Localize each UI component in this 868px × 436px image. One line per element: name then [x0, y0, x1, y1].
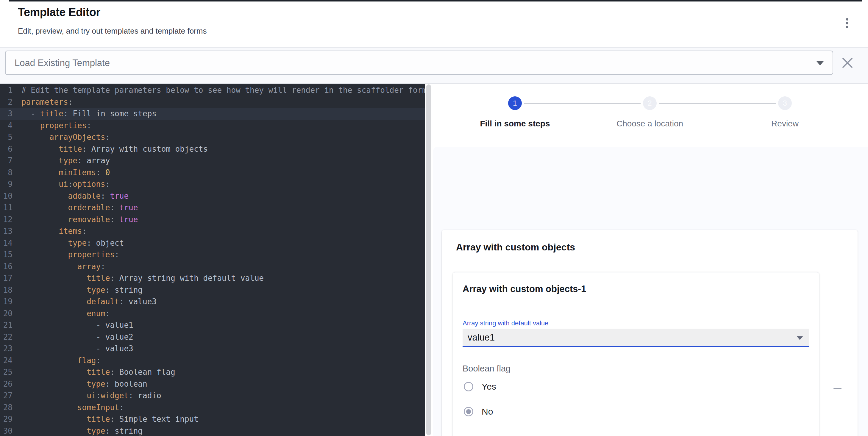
line-number: 17: [0, 272, 17, 284]
line-number: 29: [0, 413, 17, 425]
radio-checked-icon: [464, 407, 473, 416]
line-number: 5: [0, 131, 17, 143]
radio-group: YesNo: [463, 379, 809, 419]
load-select-placeholder: Load Existing Template: [14, 58, 110, 68]
code-line[interactable]: 5 arrayObjects:: [0, 131, 425, 143]
close-button[interactable]: [841, 56, 854, 70]
code-line[interactable]: 3 - title: Fill in some steps: [0, 108, 425, 120]
editor-pane: 1# Edit the template parameters below to…: [0, 84, 433, 436]
load-existing-template-select[interactable]: Load Existing Template: [5, 51, 833, 75]
code-text: orderable: true: [17, 202, 138, 214]
close-icon: [841, 56, 854, 70]
select-field-label: Array string with default value: [463, 320, 809, 327]
code-line[interactable]: 24 flag:: [0, 355, 425, 367]
line-number: 23: [0, 343, 17, 355]
code-line[interactable]: 13 items:: [0, 226, 425, 237]
code-lines: 1# Edit the template parameters below to…: [0, 85, 425, 436]
code-line[interactable]: 29 title: Simple text input: [0, 413, 425, 425]
line-number: 30: [0, 425, 17, 436]
code-line[interactable]: 4 properties:: [0, 120, 425, 132]
code-text: - value3: [17, 343, 133, 355]
preview-panel: 1Fill in some steps2Choose a location3Re…: [433, 84, 868, 436]
code-editor[interactable]: 1# Edit the template parameters below to…: [0, 84, 425, 436]
code-line[interactable]: 25 title: Boolean flag: [0, 366, 425, 378]
code-text: type: boolean: [17, 378, 147, 390]
code-text: type: object: [17, 237, 124, 249]
code-line[interactable]: 17 title: Array string with default valu…: [0, 272, 425, 284]
radio-unchecked-icon: [464, 382, 473, 391]
code-text: title: Boolean flag: [17, 366, 175, 378]
form-panel-background: Array with custom objects Array with cus…: [433, 146, 868, 436]
code-line[interactable]: 2parameters:: [0, 96, 425, 108]
template-editor-page: Template Editor Edit, preview, and try o…: [0, 0, 868, 436]
form-section-title: Array with custom objects: [456, 242, 575, 253]
code-text: minItems: 0: [17, 167, 110, 179]
line-number: 2: [0, 96, 17, 108]
code-line[interactable]: 23 - value3: [0, 343, 425, 355]
kebab-menu-icon: [846, 18, 848, 21]
code-line[interactable]: 19 default: value3: [0, 296, 425, 308]
code-line[interactable]: 22 - value2: [0, 331, 425, 343]
code-text: properties:: [17, 249, 119, 261]
line-number: 11: [0, 202, 17, 214]
select-value: value1: [468, 332, 495, 343]
code-line[interactable]: 20 enum:: [0, 308, 425, 320]
radio-option-label: No: [482, 407, 493, 417]
array-item-title: Array with custom objects-1: [463, 284, 809, 295]
code-line[interactable]: 6 title: Array with custom objects: [0, 143, 425, 155]
code-text: removable: true: [17, 214, 138, 226]
code-line[interactable]: 28 someInput:: [0, 402, 425, 414]
line-number: 19: [0, 296, 17, 308]
minus-icon: [834, 388, 841, 389]
chevron-down-icon: [816, 61, 824, 65]
code-line[interactable]: 21 - value1: [0, 320, 425, 331]
line-number: 6: [0, 143, 17, 155]
code-text: addable: true: [17, 190, 129, 202]
code-text: enum:: [17, 308, 110, 320]
step-connector: [659, 103, 776, 103]
line-number: 21: [0, 320, 17, 331]
code-text: ui:widget: radio: [17, 390, 161, 402]
chevron-down-icon: [797, 336, 803, 340]
line-number: 10: [0, 190, 17, 202]
code-line[interactable]: 10 addable: true: [0, 190, 425, 202]
line-number: 24: [0, 355, 17, 367]
code-line[interactable]: 14 type: object: [0, 237, 425, 249]
remove-array-item-button[interactable]: [830, 381, 844, 396]
code-line[interactable]: 16 array:: [0, 261, 425, 273]
code-line[interactable]: 1# Edit the template parameters below to…: [0, 85, 425, 96]
code-line[interactable]: 26 type: boolean: [0, 378, 425, 390]
code-line[interactable]: 11 orderable: true: [0, 202, 425, 214]
line-number: 27: [0, 390, 17, 402]
more-options-button[interactable]: [843, 17, 851, 32]
code-line[interactable]: 27 ui:widget: radio: [0, 390, 425, 402]
code-line[interactable]: 12 removable: true: [0, 214, 425, 226]
code-text: - value1: [17, 320, 133, 331]
radio-option-no[interactable]: No: [463, 404, 809, 419]
code-text: title: Simple text input: [17, 413, 198, 425]
code-line[interactable]: 8 minItems: 0: [0, 167, 425, 179]
code-text: default: value3: [17, 296, 157, 308]
line-number: 3: [0, 108, 17, 120]
code-line[interactable]: 9 ui:options:: [0, 178, 425, 190]
line-number: 22: [0, 331, 17, 343]
code-line[interactable]: 18 type: string: [0, 284, 425, 296]
editor-scrollbar: [425, 84, 433, 436]
step-label-1: Fill in some steps: [453, 119, 578, 129]
line-number: 15: [0, 249, 17, 261]
step-circle-3: 3: [778, 96, 792, 110]
code-line[interactable]: 15 properties:: [0, 249, 425, 261]
editor-scrollbar-thumb[interactable]: [426, 85, 431, 435]
line-number: 9: [0, 178, 17, 190]
code-line[interactable]: 7 type: array: [0, 155, 425, 167]
array-string-select[interactable]: value1: [463, 329, 809, 347]
radio-group-label: Boolean flag: [463, 364, 809, 373]
line-number: 26: [0, 378, 17, 390]
line-number: 28: [0, 402, 17, 414]
radio-option-label: Yes: [482, 381, 496, 392]
radio-option-yes[interactable]: Yes: [463, 379, 809, 394]
code-text: type: string: [17, 284, 143, 296]
code-line[interactable]: 30 type: string: [0, 425, 425, 436]
step-label-3: Review: [722, 119, 847, 129]
step-circle-2: 2: [643, 96, 657, 110]
